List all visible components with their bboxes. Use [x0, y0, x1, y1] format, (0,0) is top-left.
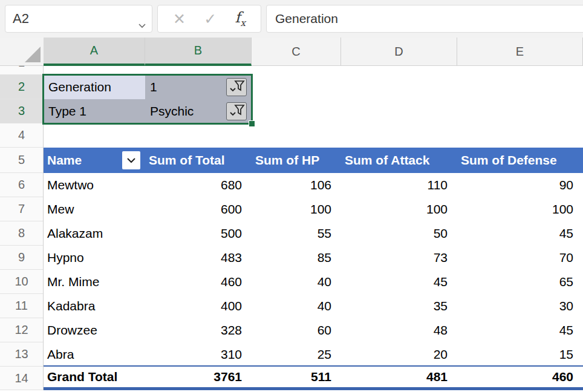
value-cell[interactable]: 85 — [252, 246, 341, 270]
row-header-9[interactable]: 9 — [0, 246, 43, 270]
cell-a3-filter-label[interactable]: Type 1 — [44, 99, 145, 123]
value-cell[interactable]: 400 — [145, 294, 252, 318]
header-sum-of-attack[interactable]: Sum of Attack — [341, 148, 457, 173]
value-cell[interactable]: 25 — [252, 342, 341, 367]
cell-b3-filter-value[interactable]: Psychic — [145, 99, 252, 123]
cell-b2-filter-value[interactable]: 1 — [145, 75, 252, 99]
header-sum-of-defense[interactable]: Sum of Defense — [457, 148, 583, 173]
table-row: Kadabra400403530 — [44, 294, 583, 318]
value-cell[interactable]: 328 — [145, 318, 252, 342]
row-header-4[interactable]: 4 — [0, 123, 43, 148]
column-header-c[interactable]: C — [252, 38, 341, 66]
value-cell[interactable]: 483 — [145, 246, 252, 270]
value-cell[interactable]: 65 — [457, 270, 583, 294]
formula-actions: ✕ ✓ fx — [157, 5, 261, 33]
name-box[interactable]: A2 — [5, 5, 152, 33]
value-cell[interactable]: 30 — [457, 294, 583, 318]
header-name[interactable]: Name — [44, 148, 145, 173]
row-header-8[interactable]: 8 — [0, 221, 43, 246]
value-cell[interactable]: 110 — [341, 173, 457, 197]
value-cell[interactable]: 45 — [457, 221, 583, 246]
row-header-6[interactable]: 6 — [0, 173, 43, 197]
column-header-e[interactable]: E — [457, 38, 583, 66]
insert-function-icon[interactable]: fx — [235, 9, 245, 28]
value-cell[interactable]: 70 — [457, 246, 583, 270]
pokemon-name-cell[interactable]: Mr. Mime — [44, 270, 145, 294]
formula-bar-input[interactable]: Generation — [266, 5, 583, 33]
pivot-header-row: Name Sum of Total Sum of HP Sum of Attac… — [44, 148, 583, 173]
fill-handle[interactable] — [249, 120, 255, 127]
row-header-5[interactable]: 5 — [0, 148, 43, 173]
value-cell[interactable]: 40 — [252, 270, 341, 294]
header-sum-of-total[interactable]: Sum of Total — [145, 148, 252, 173]
value-cell[interactable]: 60 — [252, 318, 341, 342]
formula-text: Generation — [275, 11, 338, 26]
row-header-10[interactable]: 10 — [0, 270, 43, 294]
grand-total-label[interactable]: Grand Total — [44, 367, 145, 387]
value-cell[interactable]: 20 — [341, 342, 457, 367]
value-cell[interactable]: 35 — [341, 294, 457, 318]
row-header-2[interactable]: 2 — [0, 75, 43, 99]
cell-a2-filter-label[interactable]: Generation — [44, 75, 145, 99]
value-cell[interactable]: 106 — [252, 173, 341, 197]
value-cell[interactable]: 500 — [145, 221, 252, 246]
row-header-1[interactable]: 1 — [0, 66, 43, 75]
row-header-12[interactable]: 12 — [0, 318, 43, 342]
value-cell[interactable]: 55 — [252, 221, 341, 246]
value-cell[interactable]: 90 — [457, 173, 583, 197]
value-cell[interactable]: 50 — [341, 221, 457, 246]
column-header-a[interactable]: A — [44, 38, 145, 66]
pokemon-name-cell[interactable]: Mewtwo — [44, 173, 145, 197]
grand-total-attack[interactable]: 481 — [341, 367, 457, 387]
value-cell[interactable]: 100 — [252, 197, 341, 221]
value-cell[interactable]: 40 — [252, 294, 341, 318]
pivot-body: Mewtwo68010611090Mew600100100100Alakazam… — [44, 173, 583, 367]
chevron-down-icon — [230, 113, 235, 115]
chevron-down-icon — [126, 157, 136, 163]
grand-total-hp[interactable]: 511 — [252, 367, 341, 387]
row-header-3[interactable]: 3 — [0, 99, 43, 123]
name-box-chevron-icon[interactable] — [138, 16, 146, 32]
grand-total-row[interactable]: Grand Total 3761 511 481 460 — [44, 365, 583, 390]
funnel-icon — [235, 81, 244, 90]
value-cell[interactable]: 45 — [341, 270, 457, 294]
type1-filter-button[interactable] — [226, 102, 247, 120]
name-filter-dropdown[interactable] — [122, 151, 140, 169]
value-cell[interactable]: 310 — [145, 342, 252, 367]
value-cell[interactable]: 15 — [457, 342, 583, 367]
column-header-row: ABCDE — [0, 38, 583, 66]
column-header-b[interactable]: B — [145, 38, 252, 66]
pokemon-name-cell[interactable]: Hypno — [44, 246, 145, 270]
value-cell[interactable]: 73 — [341, 246, 457, 270]
pokemon-name-cell[interactable]: Mew — [44, 197, 145, 221]
value-cell[interactable]: 100 — [457, 197, 583, 221]
pokemon-name-cell[interactable]: Drowzee — [44, 318, 145, 342]
table-row: Alakazam500555045 — [44, 221, 583, 246]
grand-total-defense[interactable]: 460 — [457, 367, 583, 387]
value-cell[interactable]: 48 — [341, 318, 457, 342]
select-all-corner[interactable] — [0, 38, 44, 66]
row-header-11[interactable]: 11 — [0, 294, 43, 318]
row-header-7[interactable]: 7 — [0, 197, 43, 221]
column-header-d[interactable]: D — [341, 38, 457, 66]
pokemon-name-cell[interactable]: Abra — [44, 342, 145, 367]
select-all-triangle-icon — [25, 47, 41, 62]
cancel-icon[interactable]: ✕ — [173, 11, 186, 27]
table-row: Mewtwo68010611090 — [44, 173, 583, 197]
table-row: Abra310252015 — [44, 342, 583, 367]
value-cell[interactable]: 680 — [145, 173, 252, 197]
value-cell[interactable]: 45 — [457, 318, 583, 342]
pokemon-name-cell[interactable]: Alakazam — [44, 221, 145, 246]
value-cell[interactable]: 100 — [341, 197, 457, 221]
header-sum-of-hp[interactable]: Sum of HP — [252, 148, 341, 173]
confirm-icon[interactable]: ✓ — [204, 11, 217, 27]
excel-window: A2 ✕ ✓ fx Generation ABCDE 1234567891011… — [0, 0, 583, 392]
grand-total-total[interactable]: 3761 — [145, 367, 252, 387]
table-row: Mr. Mime460404565 — [44, 270, 583, 294]
pokemon-name-cell[interactable]: Kadabra — [44, 294, 145, 318]
generation-filter-button[interactable] — [226, 78, 247, 96]
row-header-14[interactable]: 14 — [0, 367, 43, 390]
value-cell[interactable]: 600 — [145, 197, 252, 221]
value-cell[interactable]: 460 — [145, 270, 252, 294]
row-header-13[interactable]: 13 — [0, 342, 43, 367]
